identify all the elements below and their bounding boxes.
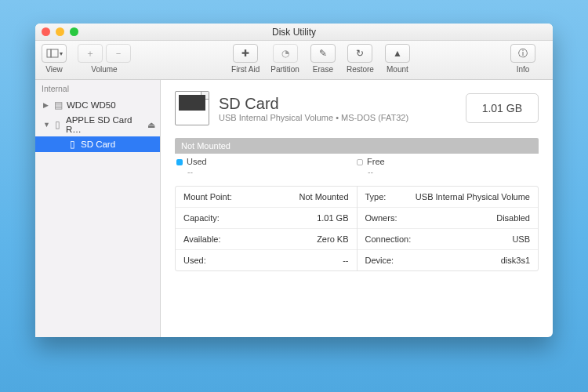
volume-icon: ▯	[67, 139, 78, 150]
window-title: Disk Utility	[35, 27, 553, 38]
view-button[interactable]: ▾	[42, 44, 67, 63]
usage-legend: Used -- Free --	[175, 154, 539, 178]
partition-icon: ◔	[281, 48, 289, 59]
volume-subtitle: USB Internal Physical Volume • MS-DOS (F…	[219, 113, 408, 122]
sidebar-item-sd-card[interactable]: ▯ SD Card	[35, 136, 160, 152]
info-label: Info	[517, 65, 530, 74]
volume-remove-button[interactable]: －	[106, 44, 131, 63]
erase-icon: ✎	[319, 48, 327, 59]
svg-rect-0	[47, 49, 51, 57]
detail-row: Connection:USB	[358, 229, 539, 250]
used-label: Used	[187, 157, 207, 166]
free-label: Free	[367, 157, 385, 166]
restore-label: Restore	[347, 65, 374, 74]
status-badge: Not Mounted	[175, 138, 539, 154]
partition-button[interactable]: ◔	[273, 44, 298, 63]
detail-row: Available:Zero KB	[176, 229, 357, 250]
svg-rect-1	[51, 49, 58, 57]
detail-row: Capacity:1.01 GB	[176, 208, 357, 229]
used-value: --	[187, 167, 357, 176]
main-content: SD Card USB Internal Physical Volume • M…	[161, 80, 553, 337]
mount-button[interactable]: ▲	[385, 44, 410, 63]
volume-size-box: 1.01 GB	[466, 93, 539, 123]
partition-label: Partition	[270, 65, 299, 74]
details-grid: Mount Point:Not Mounted Capacity:1.01 GB…	[175, 186, 539, 271]
erase-label: Erase	[313, 65, 333, 74]
volume-add-button[interactable]: ＋	[78, 44, 103, 63]
restore-button[interactable]: ↻	[347, 44, 372, 63]
detail-row: Mount Point:Not Mounted	[176, 187, 357, 208]
restore-icon: ↻	[356, 48, 364, 59]
sd-card-icon: ▯	[53, 119, 63, 130]
detail-row: Type:USB Internal Physical Volume	[358, 187, 539, 208]
sidebar-section-header: Internal	[35, 80, 160, 97]
hard-disk-icon: ▤	[53, 100, 64, 111]
volume-label: Volume	[91, 65, 117, 74]
free-swatch-icon	[357, 159, 363, 165]
erase-button[interactable]: ✎	[310, 44, 336, 63]
sidebar: Internal ▶ ▤ WDC WD50 ▼ ▯ APPLE SD Card …	[35, 80, 161, 337]
disk-utility-window: Disk Utility ▾ View ＋ － Volume ✚First Ai…	[35, 24, 553, 337]
free-value: --	[368, 167, 537, 176]
detail-row: Device:disk3s1	[358, 250, 539, 270]
sidebar-item-apple-sd[interactable]: ▼ ▯ APPLE SD Card R… ⏏	[35, 113, 160, 136]
titlebar: Disk Utility	[35, 24, 553, 41]
detail-row: Used:--	[176, 250, 357, 270]
sidebar-item-label: WDC WD50	[67, 100, 116, 110]
disclosure-triangle-icon[interactable]: ▶	[43, 101, 49, 109]
volume-remove-icon: －	[114, 47, 123, 60]
first-aid-label: First Aid	[231, 65, 260, 74]
volume-large-icon	[175, 91, 209, 125]
sidebar-item-label: SD Card	[81, 140, 115, 149]
volume-add-icon: ＋	[85, 47, 95, 60]
eject-icon[interactable]: ⏏	[147, 120, 155, 130]
info-icon: ⓘ	[518, 47, 528, 60]
used-swatch-icon	[176, 159, 183, 165]
disclosure-triangle-icon[interactable]: ▼	[43, 121, 49, 129]
first-aid-button[interactable]: ✚	[233, 44, 258, 63]
toolbar: ▾ View ＋ － Volume ✚First Aid ◔Partition …	[35, 41, 553, 80]
first-aid-icon: ✚	[241, 48, 249, 59]
mount-icon: ▲	[393, 48, 402, 59]
mount-label: Mount	[387, 65, 408, 74]
detail-row: Owners:Disabled	[358, 208, 539, 229]
sidebar-item-label: APPLE SD Card R…	[66, 115, 144, 134]
info-button[interactable]: ⓘ	[510, 44, 535, 63]
view-label: View	[45, 65, 63, 74]
sidebar-item-wdc[interactable]: ▶ ▤ WDC WD50	[35, 97, 160, 113]
volume-title: SD Card	[219, 95, 408, 113]
